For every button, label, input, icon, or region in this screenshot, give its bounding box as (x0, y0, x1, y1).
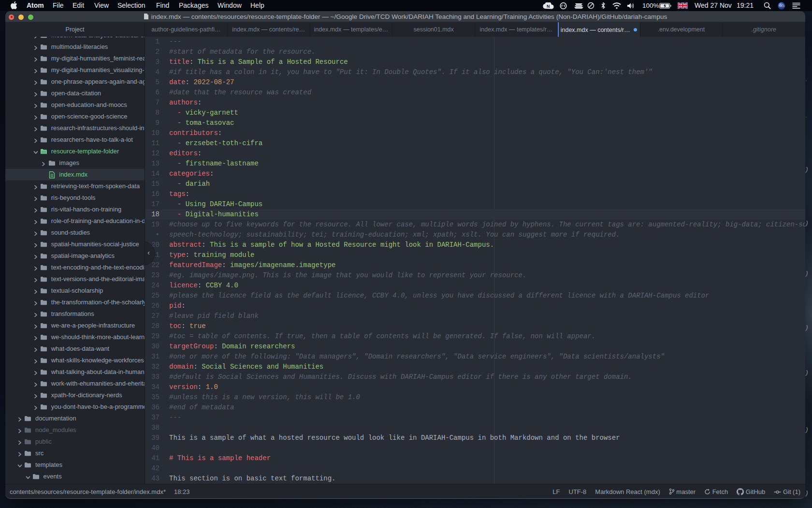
svg-text:N: N (547, 4, 550, 9)
